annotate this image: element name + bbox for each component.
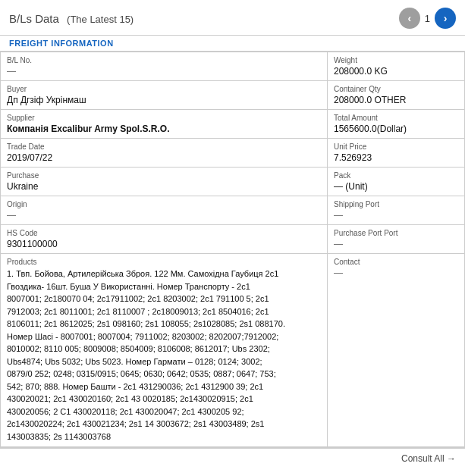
cell-products: Products 1. Твп. Бойова, Артилерійська З…	[1, 254, 328, 446]
value-contact: —	[334, 268, 458, 278]
label-trade-date: Trade Date	[7, 142, 321, 151]
label-container-qty: Container Qty	[334, 85, 458, 93]
cell-origin: Origin —	[1, 196, 328, 224]
cell-trade-date: Trade Date 2019/07/22	[1, 139, 328, 167]
row-hscode-purchaseport: HS Code 9301100000 Purchase Port Port —	[1, 225, 464, 254]
value-purchase: Ukraine	[7, 181, 321, 192]
cell-purchase-port: Purchase Port Port —	[328, 225, 464, 253]
value-pack: — (Unit)	[334, 181, 458, 192]
value-unit-price: 7.526923	[334, 152, 458, 163]
title-text: B/Ls Data	[9, 12, 59, 25]
label-bl-no: B/L No.	[7, 56, 321, 64]
value-shipping-port: —	[334, 210, 458, 221]
cell-purchase: Purchase Ukraine	[1, 168, 328, 196]
prev-button[interactable]: ‹	[399, 8, 420, 29]
value-hs-code: 9301100000	[7, 239, 321, 249]
row-purchase-pack: Purchase Ukraine Pack — (Unit)	[1, 168, 464, 196]
label-unit-price: Unit Price	[334, 142, 458, 151]
cell-shipping-port: Shipping Port —	[328, 196, 464, 224]
consult-all-link[interactable]: Consult All →	[401, 453, 456, 464]
label-purchase: Purchase	[7, 171, 321, 180]
row-products-contact: Products 1. Твп. Бойова, Артилерійська З…	[1, 254, 464, 447]
cell-supplier: Supplier Компанія Excalibur Army Spol.S.…	[1, 110, 328, 138]
cell-pack: Pack — (Unit)	[328, 168, 464, 196]
subtitle-text: (The Latest 15)	[67, 14, 134, 25]
page-number: 1	[425, 13, 430, 24]
row-buyer-container: Buyer Дп Дгзіф Укрінмаш Container Qty 20…	[1, 81, 464, 110]
cell-hs-code: HS Code 9301100000	[1, 225, 328, 253]
value-purchase-port: —	[334, 239, 458, 249]
label-hs-code: HS Code	[7, 229, 321, 237]
cell-total-amount: Total Amount 1565600.0(Dollar)	[328, 110, 464, 138]
label-contact: Contact	[334, 258, 458, 266]
label-pack: Pack	[334, 171, 458, 180]
freight-label: FREIGHT INFORMATION	[0, 35, 465, 52]
header: B/Ls Data (The Latest 15) ‹ 1 ›	[0, 0, 465, 35]
label-buyer: Buyer	[7, 85, 321, 93]
value-bl-no: —	[7, 66, 321, 77]
value-origin: —	[7, 210, 321, 221]
label-products: Products	[7, 258, 321, 266]
nav-controls: ‹ 1 ›	[399, 8, 456, 29]
cell-container-qty: Container Qty 208000.0 OTHER	[328, 81, 464, 109]
cell-contact: Contact —	[328, 254, 464, 446]
value-buyer: Дп Дгзіф Укрінмаш	[7, 95, 321, 105]
label-weight: Weight	[334, 56, 458, 64]
cell-bl-no: B/L No. —	[1, 52, 328, 80]
label-purchase-port: Purchase Port Port	[334, 229, 458, 237]
cell-unit-price: Unit Price 7.526923	[328, 139, 464, 167]
value-trade-date: 2019/07/22	[7, 152, 321, 163]
value-total-amount: 1565600.0(Dollar)	[334, 124, 458, 134]
value-weight: 208000.0 KG	[334, 66, 458, 77]
row-date-price: Trade Date 2019/07/22 Unit Price 7.52692…	[1, 139, 464, 168]
row-supplier-total: Supplier Компанія Excalibur Army Spol.S.…	[1, 110, 464, 139]
value-supplier: Компанія Excalibur Army Spol.S.R.O.	[7, 124, 321, 134]
label-origin: Origin	[7, 200, 321, 208]
row-origin-shipping: Origin — Shipping Port —	[1, 196, 464, 225]
cell-weight: Weight 208000.0 KG	[328, 52, 464, 80]
label-supplier: Supplier	[7, 114, 321, 122]
value-products: 1. Твп. Бойова, Артилерійська Зброя. 122…	[7, 268, 321, 443]
next-button[interactable]: ›	[435, 8, 456, 29]
row-bl-weight: B/L No. — Weight 208000.0 KG	[1, 52, 464, 81]
cell-buyer: Buyer Дп Дгзіф Укрінмаш	[1, 81, 328, 109]
value-container-qty: 208000.0 OTHER	[334, 95, 458, 105]
label-shipping-port: Shipping Port	[334, 200, 458, 208]
label-total-amount: Total Amount	[334, 114, 458, 122]
page-title: B/Ls Data (The Latest 15)	[9, 12, 134, 25]
footer-bar: Consult All →	[0, 448, 465, 468]
